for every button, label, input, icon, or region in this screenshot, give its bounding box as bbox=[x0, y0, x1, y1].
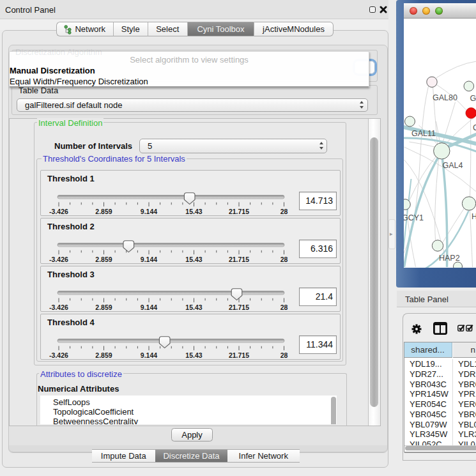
svg-text:2.859: 2.859 bbox=[95, 208, 112, 215]
svg-text:21.715: 21.715 bbox=[229, 351, 249, 359]
svg-text:9.144: 9.144 bbox=[141, 303, 157, 311]
svg-text:21.715: 21.715 bbox=[229, 256, 249, 263]
svg-text:15.43: 15.43 bbox=[185, 351, 202, 359]
svg-text:9.144: 9.144 bbox=[141, 351, 157, 359]
svg-text:15.43: 15.43 bbox=[185, 208, 202, 215]
svg-text:2.859: 2.859 bbox=[95, 303, 112, 311]
svg-text:2.859: 2.859 bbox=[95, 351, 112, 359]
svg-text:9.144: 9.144 bbox=[141, 256, 157, 263]
svg-text:GAL80: GAL80 bbox=[433, 93, 457, 102]
svg-text:-3.426: -3.426 bbox=[49, 351, 68, 359]
svg-text:H: H bbox=[472, 212, 476, 221]
svg-text:2.859: 2.859 bbox=[95, 256, 112, 263]
svg-text:-3.426: -3.426 bbox=[49, 256, 68, 263]
svg-text:GAL11: GAL11 bbox=[411, 129, 436, 138]
svg-text:-3.426: -3.426 bbox=[49, 208, 68, 215]
svg-text:GCY1: GCY1 bbox=[404, 213, 424, 222]
svg-text:C: C bbox=[473, 123, 476, 132]
svg-text:G.: G. bbox=[470, 94, 476, 103]
svg-text:GAL4: GAL4 bbox=[442, 161, 463, 170]
svg-text:28: 28 bbox=[280, 256, 288, 263]
svg-text:HAP2: HAP2 bbox=[439, 254, 460, 263]
svg-text:28: 28 bbox=[280, 208, 288, 215]
svg-text:28: 28 bbox=[280, 351, 288, 359]
svg-text:15.43: 15.43 bbox=[185, 256, 202, 263]
svg-text:-3.426: -3.426 bbox=[49, 303, 68, 311]
svg-text:9.144: 9.144 bbox=[141, 208, 157, 215]
svg-text:28: 28 bbox=[280, 303, 288, 311]
svg-text:15.43: 15.43 bbox=[185, 303, 202, 311]
svg-text:21.715: 21.715 bbox=[229, 303, 249, 311]
svg-text:21.715: 21.715 bbox=[229, 208, 249, 215]
